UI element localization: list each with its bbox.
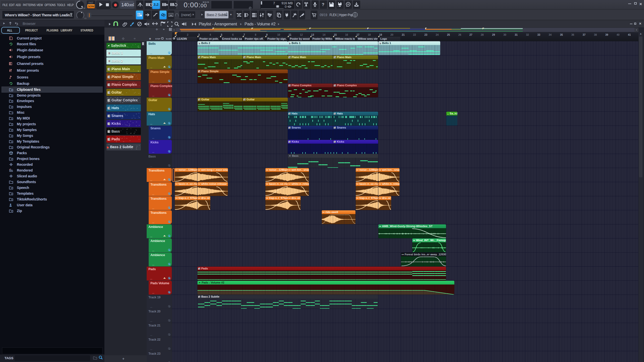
svg-text:?: ?: [322, 2, 324, 7]
